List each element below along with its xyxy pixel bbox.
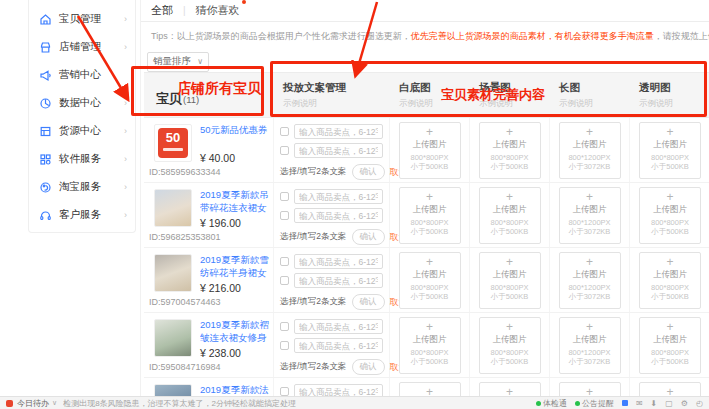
- confirm-button[interactable]: 确认: [352, 229, 385, 245]
- treasure-box-icon: [39, 13, 52, 26]
- sidebar: 宝贝管理 › 店铺管理 › 营销中心 数据中心 › 货源中心 › 软件服务 ›: [28, 0, 136, 233]
- upload-image-button[interactable]: + 上传图片 800*800PX 小于500KB: [639, 122, 701, 179]
- green-status-icon: [536, 401, 541, 406]
- selling-point-input[interactable]: [294, 189, 383, 204]
- product-title-link[interactable]: 2019夏季新款吊带碎花连衣裙女韩版短袖T恤中长款: [200, 188, 270, 214]
- product-id: ID:585959633344: [149, 167, 221, 177]
- table-row: 2019夏季新款雪纺碎花半身裙女中长款韩版白 ¥ 216.00 ID:59700…: [144, 248, 709, 313]
- product-thumbnail[interactable]: [154, 319, 192, 357]
- header-long-image: 长图 示例说明: [550, 73, 630, 117]
- selling-point-input[interactable]: [294, 319, 383, 334]
- selling-point-input[interactable]: [294, 208, 383, 223]
- confirm-button[interactable]: 确认: [352, 164, 385, 180]
- selling-point-input[interactable]: [294, 273, 383, 288]
- selling-point-input[interactable]: [294, 143, 383, 158]
- copy-checkbox[interactable]: [280, 322, 289, 331]
- sidebar-item-shop-management[interactable]: 店铺管理 ›: [29, 33, 135, 61]
- tab-divider: |: [183, 5, 186, 16]
- upload-image-button[interactable]: + 上传图片 800*800PX 小于500KB: [479, 122, 541, 179]
- copy-checkbox[interactable]: [280, 192, 289, 201]
- product-thumbnail[interactable]: [154, 189, 192, 227]
- upload-image-button[interactable]: + 上传图片 800*800PX 小于500KB: [399, 187, 461, 244]
- upload-image-button[interactable]: + 上传图片 800*800PX 小于500KB: [399, 122, 461, 179]
- upload-cell: + 上传图片 800*800PX 小于500KB: [470, 313, 550, 377]
- confirm-button[interactable]: 确认: [352, 359, 385, 375]
- product-price: ¥ 40.00: [200, 152, 235, 164]
- copy-checkbox[interactable]: [280, 146, 289, 155]
- window-icon[interactable]: ▢: [665, 399, 673, 408]
- upload-cell: + 上传图片 800*800PX 小于500KB: [630, 248, 709, 312]
- table-row: 2019夏季新款吊带碎花连衣裙女韩版短袖T恤中长款 ¥ 196.00 ID:59…: [144, 183, 709, 248]
- example-link[interactable]: 示例说明: [639, 98, 709, 110]
- plus-icon: +: [400, 321, 460, 333]
- upload-cell: + 上传图片 800*800PX 小于500KB: [390, 248, 470, 312]
- selling-point-input[interactable]: [294, 124, 383, 139]
- plus-icon: +: [560, 191, 620, 203]
- upload-cell: + 上传图片 800*800PX 小于500KB: [470, 118, 550, 182]
- download-icon[interactable]: ⬇: [651, 399, 658, 408]
- upload-image-button[interactable]: + 上传图片 800*800PX 小于500KB: [639, 317, 701, 374]
- selling-point-input[interactable]: [294, 254, 383, 269]
- upload-image-button[interactable]: + 上传图片 800*1200PX 小于3072KB: [559, 317, 621, 374]
- example-link[interactable]: 示例说明: [479, 98, 550, 110]
- product-id: ID:595084716984: [149, 362, 221, 372]
- statusbar-title[interactable]: 今日待办: [17, 398, 49, 409]
- product-price: ¥ 238.00: [200, 347, 241, 359]
- plus-icon: +: [640, 191, 700, 203]
- statusbar-message: 检测出现8条风险隐患，治理不算太难了，2分钟轻松就能搞定处理: [63, 398, 296, 409]
- copy-checkbox[interactable]: [280, 257, 289, 266]
- upload-image-button[interactable]: + 上传图片 800*1200PX 小于3072KB: [559, 252, 621, 309]
- upload-cell: + 上传图片 800*1200PX 小于3072KB: [550, 313, 630, 377]
- table-row: 50 50元新品优惠券 ¥ 40.00 ID:585959633344 选择/填…: [144, 118, 709, 183]
- upload-image-button[interactable]: + 上传图片 800*800PX 小于500KB: [399, 252, 461, 309]
- assistant-item[interactable]: [622, 400, 628, 406]
- product-title-link[interactable]: 50元新品优惠券: [200, 123, 270, 149]
- sidebar-item-supply-center[interactable]: 货源中心 ›: [29, 117, 135, 145]
- upload-image-button[interactable]: + 上传图片 800*800PX 小于500KB: [479, 187, 541, 244]
- plus-icon: +: [640, 126, 700, 138]
- copy-checkbox[interactable]: [280, 127, 289, 136]
- sidebar-item-software-services[interactable]: 软件服务 ›: [29, 145, 135, 173]
- selling-point-input[interactable]: [294, 338, 383, 353]
- announcement-item[interactable]: 公告提醒: [575, 398, 614, 409]
- product-title-link[interactable]: 2019夏季新款褶皱连衣裙女修身显瘦小众网红: [200, 318, 270, 344]
- sidebar-item-data-center[interactable]: 数据中心 ›: [29, 89, 135, 117]
- product-price: ¥ 216.00: [200, 282, 241, 294]
- confirm-button[interactable]: 确认: [352, 294, 385, 310]
- upload-image-button[interactable]: + 上传图片 800*800PX 小于500KB: [639, 187, 701, 244]
- chevron-down-icon[interactable]: ∨: [52, 399, 57, 407]
- sidebar-item-taobao-services[interactable]: 淘宝服务 ›: [29, 173, 135, 201]
- health-check-item[interactable]: 体检通: [536, 398, 567, 409]
- upload-image-button[interactable]: + 上传图片 800*800PX 小于500KB: [479, 252, 541, 309]
- chevron-down-icon: ∨: [197, 57, 203, 66]
- copy-checkbox[interactable]: [280, 341, 289, 350]
- upload-image-button[interactable]: + 上传图片 800*800PX 小于500KB: [399, 317, 461, 374]
- header-product: 宝贝 (11): [144, 73, 274, 117]
- sidebar-item-marketing-center[interactable]: 营销中心: [29, 61, 135, 89]
- upload-image-button[interactable]: + 上传图片 800*1200PX 小于3072KB: [559, 187, 621, 244]
- upload-cell: + 上传图片 800*800PX 小于500KB: [470, 248, 550, 312]
- copy-checkbox[interactable]: [280, 387, 289, 396]
- example-link[interactable]: 示例说明: [283, 98, 390, 110]
- upload-image-button[interactable]: + 上传图片 800*800PX 小于500KB: [479, 317, 541, 374]
- tab-all[interactable]: 全部: [151, 3, 173, 18]
- copy-hint: 选择/填写2条文案: [280, 296, 347, 308]
- settings-icon[interactable]: ⚙: [681, 399, 688, 408]
- example-link[interactable]: 示例说明: [559, 98, 630, 110]
- tab-guess-you-like[interactable]: 猜你喜欢: [196, 3, 240, 18]
- upload-image-button[interactable]: + 上传图片 800*1200PX 小于3072KB: [559, 122, 621, 179]
- upload-cell: + 上传图片 800*1200PX 小于3072KB: [550, 118, 630, 182]
- product-thumbnail[interactable]: 50: [154, 124, 192, 162]
- plus-icon: +: [400, 256, 460, 268]
- product-title-link[interactable]: 2019夏季新款雪纺碎花半身裙女中长款韩版白: [200, 253, 270, 279]
- copy-checkbox[interactable]: [280, 211, 289, 220]
- copy-checkbox[interactable]: [280, 276, 289, 285]
- sidebar-item-item-management[interactable]: 宝贝管理 ›: [29, 5, 135, 33]
- message-icon[interactable]: ✉: [636, 399, 643, 408]
- example-link[interactable]: 示例说明: [399, 98, 470, 110]
- product-thumbnail[interactable]: [154, 254, 192, 292]
- upload-image-button[interactable]: + 上传图片 800*800PX 小于500KB: [639, 252, 701, 309]
- clock-icon[interactable]: ◴: [696, 399, 703, 408]
- sidebar-item-customer-services[interactable]: 客户服务 ›: [29, 201, 135, 229]
- sales-sort-dropdown[interactable]: 销量排序 ∨: [147, 52, 209, 72]
